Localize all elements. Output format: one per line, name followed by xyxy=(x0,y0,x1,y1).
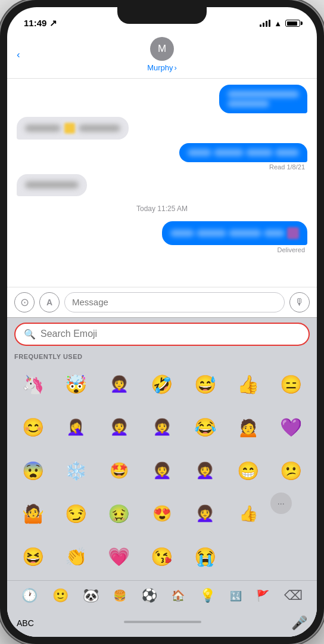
emoji-cell[interactable]: 🤣 xyxy=(141,364,183,405)
emoji-cell[interactable]: 😍 xyxy=(141,493,183,534)
objects-icon[interactable]: 💡 xyxy=(197,586,218,606)
message-bubble-outgoing xyxy=(162,221,307,245)
emoji-cell[interactable]: 🦄 xyxy=(12,364,54,405)
emoji-cell[interactable]: 😑 xyxy=(270,364,312,405)
emoji-cell[interactable]: 🙍 xyxy=(227,407,269,448)
emoji-grid: 🦄 🤯 👩‍🦱 🤣 😅 👍 😑 😊 🤦‍♀️ 👩‍🦱 👩‍🦱 😂 🙍 💜 xyxy=(7,361,317,580)
chevron-right-icon: › xyxy=(175,63,177,72)
emoji-cell[interactable]: 🤩 xyxy=(98,450,140,491)
emoji-cell[interactable]: 👍 xyxy=(227,364,269,405)
emoji-cell[interactable]: 👩‍🦱 xyxy=(184,450,226,491)
message-row: Read 1/8/21 xyxy=(17,143,307,171)
audio-button[interactable]: 🎙 xyxy=(289,292,310,312)
emoji-cell[interactable]: 👏 xyxy=(55,536,96,578)
emoji-cell[interactable]: 😘 xyxy=(141,536,183,578)
date-divider: Today 11:25 AM xyxy=(17,205,307,213)
emoji-cell[interactable]: 😊 xyxy=(12,407,54,448)
message-bubble-outgoing xyxy=(179,143,307,162)
message-bubble-incoming xyxy=(17,117,129,140)
search-emoji-container[interactable]: 🔍 xyxy=(14,323,310,346)
phone-screen: 11:49 ↗ ▲ ‹ xyxy=(7,7,317,637)
apps-icon: A xyxy=(46,298,52,307)
home-indicator xyxy=(124,621,201,623)
emoji-keyboard: 🔍 FREQUENTLY USED 🦄 🤯 👩‍🦱 🤣 😅 👍 😑 xyxy=(7,317,317,637)
emoji-cell[interactable]: ❄️ xyxy=(55,450,96,491)
chevron-left-icon: ‹ xyxy=(17,49,20,61)
emoji-cell[interactable]: 🤦‍♀️ xyxy=(55,407,96,448)
signal-bars-icon xyxy=(260,20,270,27)
keyboard-bottom: ABC 🎤 xyxy=(7,611,317,637)
emoji-cell[interactable]: 👩‍🦱 xyxy=(184,493,226,534)
emoji-cell[interactable]: 😁 xyxy=(227,450,269,491)
message-bubble-outgoing xyxy=(219,85,307,113)
emoji-cell[interactable]: 😅 xyxy=(184,364,226,405)
keyboard-toolbar: 🕐 🙂 🐼 🍔 ⚽ 🏠 💡 🔣 🚩 ⌫ xyxy=(7,580,317,611)
message-meta-delivered: Delivered xyxy=(275,246,307,253)
emoji-cell[interactable]: 🤯 xyxy=(55,364,96,405)
emoji-cell[interactable]: 👩‍🦱 xyxy=(141,450,183,491)
emoji-cell[interactable]: 💗 xyxy=(98,536,140,578)
camera-button[interactable]: ⊙ xyxy=(14,292,35,312)
emoji-cell[interactable]: 💜 xyxy=(270,407,312,448)
search-emoji-input[interactable] xyxy=(40,329,300,339)
audio-icon: 🎙 xyxy=(295,297,304,308)
message-row xyxy=(17,174,307,196)
message-bubble-incoming xyxy=(17,174,87,196)
smileys-icon[interactable]: 🙂 xyxy=(50,586,71,606)
battery-icon xyxy=(285,20,300,27)
status-time: 11:49 ↗ xyxy=(24,18,57,29)
emoji-cell[interactable]: 👩‍🦱 xyxy=(98,364,140,405)
search-icon: 🔍 xyxy=(24,329,36,340)
message-row xyxy=(17,117,307,140)
status-icons: ▲ xyxy=(260,19,300,28)
apps-button[interactable]: A xyxy=(39,292,60,312)
emoji-cell[interactable]: 😕 xyxy=(270,450,312,491)
nav-bar: ‹ M Murphy › xyxy=(7,33,317,79)
message-row xyxy=(17,85,307,113)
delete-icon[interactable]: ⌫ xyxy=(282,586,305,606)
phone-frame: 11:49 ↗ ▲ ‹ xyxy=(0,0,324,644)
emoji-cell[interactable]: 😂 xyxy=(184,407,226,448)
search-emoji-bar: 🔍 xyxy=(7,318,317,351)
emoji-cell[interactable]: 😏 xyxy=(55,493,96,534)
avatar: M xyxy=(150,37,174,61)
microphone-key[interactable]: 🎤 xyxy=(291,615,307,631)
emoji-cell[interactable]: 😨 xyxy=(12,450,54,491)
message-meta-read: Read 1/8/21 xyxy=(267,163,307,171)
messages-area: Read 1/8/21 Today 11:25 AM xyxy=(7,79,317,287)
back-button[interactable]: ‹ xyxy=(17,49,20,61)
emoji-cell[interactable]: 👩‍🦱 xyxy=(98,407,140,448)
input-bar: ⊙ A 🎙 xyxy=(7,287,317,317)
message-row: Delivered xyxy=(17,221,307,253)
travel-icon[interactable]: 🏠 xyxy=(169,587,187,605)
more-emoji-button[interactable]: ··· xyxy=(270,493,292,514)
emoji-cell[interactable]: 😆 xyxy=(12,536,54,578)
contact-info[interactable]: M Murphy › xyxy=(147,37,177,72)
flags-icon[interactable]: 🚩 xyxy=(254,587,272,605)
emoji-cell[interactable]: 😭 xyxy=(184,536,226,578)
emoji-cell[interactable]: 🤢 xyxy=(98,493,140,534)
emoji-cell[interactable]: 🤷 xyxy=(12,493,54,534)
food-icon[interactable]: 🍔 xyxy=(111,587,129,605)
emoji-cell[interactable]: 👍 xyxy=(227,493,269,534)
notch xyxy=(117,7,207,24)
message-input[interactable] xyxy=(64,292,285,312)
symbols-icon[interactable]: 🔣 xyxy=(228,588,244,604)
emoji-cell[interactable]: 👩‍🦱 xyxy=(141,407,183,448)
frequently-used-label: FREQUENTLY USED xyxy=(7,351,317,361)
activities-icon[interactable]: ⚽ xyxy=(139,586,160,606)
abc-key[interactable]: ABC xyxy=(17,618,34,628)
animals-icon[interactable]: 🐼 xyxy=(80,586,101,606)
recent-icon[interactable]: 🕐 xyxy=(19,586,40,606)
camera-icon: ⊙ xyxy=(20,296,29,309)
contact-name: Murphy › xyxy=(147,63,177,72)
wifi-icon: ▲ xyxy=(274,19,282,28)
